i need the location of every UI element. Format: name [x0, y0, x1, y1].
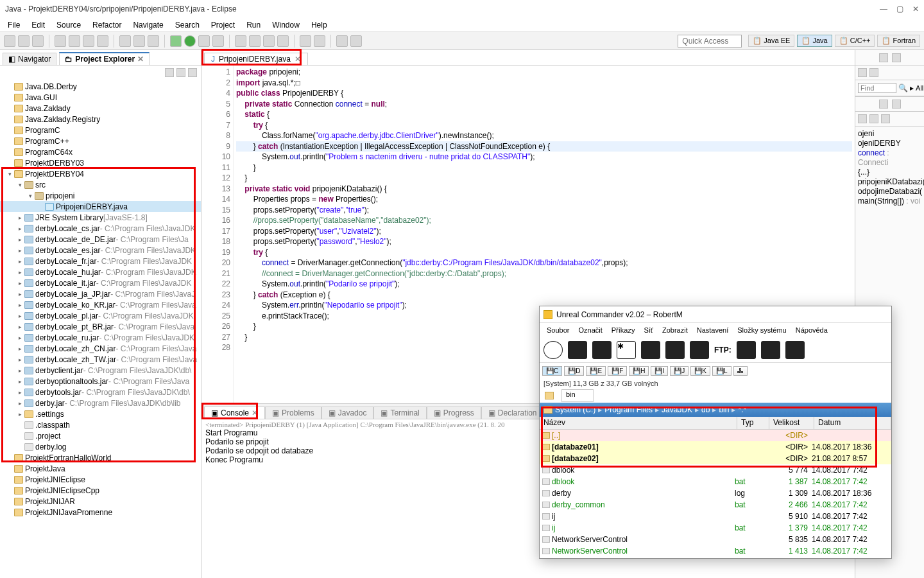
tree-node[interactable]: .classpath	[0, 419, 201, 430]
uc-file-row[interactable]: NetworkServerControlbat1 41314.08.2017 7…	[540, 545, 891, 557]
uc-menu-item[interactable]: Soubor	[542, 325, 574, 335]
uc-breadcrumb[interactable]: System (C:)▸Program Files▸JavaJDK▸db▸bin…	[540, 403, 891, 417]
toolbar-button[interactable]	[198, 35, 210, 47]
uc-panel-tab[interactable]: bin	[561, 389, 594, 402]
uc-tool-icon[interactable]	[761, 341, 780, 359]
tree-node[interactable]: ▸derbyLocale_ko_KR.jar - C:\Program File…	[0, 299, 201, 310]
tree-node[interactable]: Java.Zaklady	[0, 103, 201, 114]
uc-path-segment[interactable]: bin	[719, 405, 729, 414]
tree-node[interactable]: ▸derbyLocale_it.jar - C:\Program Files\J…	[0, 277, 201, 288]
uc-col-date[interactable]: Datum	[814, 417, 891, 429]
project-explorer-tab[interactable]: 🗀Project Explorer✕	[59, 52, 150, 65]
uc-column-headers[interactable]: Název Typ Velikost Datum	[540, 417, 891, 430]
expand-arrow[interactable]: ▸	[15, 324, 24, 330]
run-button[interactable]	[184, 35, 196, 47]
toolbar-button[interactable]	[55, 35, 66, 47]
expand-arrow[interactable]: ▸	[15, 389, 24, 396]
expand-arrow[interactable]: ▸	[15, 269, 24, 276]
view-tab-problems[interactable]: ▣Problems	[265, 407, 321, 419]
expand-arrow[interactable]: ▸	[15, 291, 24, 297]
uc-menu-item[interactable]: Příkazy	[607, 325, 640, 335]
outline-item[interactable]: odpojimeDatabazi(	[858, 187, 921, 197]
uc-tool-icon[interactable]: ✱	[617, 341, 636, 359]
tree-node[interactable]: ProjektDERBY03	[0, 157, 201, 168]
tree-node[interactable]: ▾src	[0, 179, 201, 190]
toolbar-button[interactable]	[300, 35, 311, 47]
toolbar-button[interactable]	[314, 35, 325, 47]
minimize-button[interactable]: —	[880, 4, 887, 13]
uc-network-icon[interactable]: 🖧	[733, 366, 748, 376]
expand-arrow[interactable]: ▸	[15, 411, 24, 417]
uc-path-segment[interactable]: *.*	[738, 405, 746, 414]
uc-file-row[interactable]: dblook5 77414.08.2017 7:42	[540, 464, 891, 476]
uc-tool-icon[interactable]	[737, 341, 756, 359]
tree-node[interactable]: ProjektJNIEclipseCpp	[0, 485, 201, 496]
tree-node[interactable]: ▸derbyLocale_cs.jar - C:\Program Files\J…	[0, 223, 201, 234]
tree-node[interactable]: .project	[0, 430, 201, 441]
tree-node[interactable]: ▾pripojeni	[0, 190, 201, 201]
tree-node[interactable]: ▸derby.jar - C:\Program Files\JavaJDK\db…	[0, 398, 201, 408]
toolbar-button[interactable]	[32, 35, 44, 47]
perspective-java[interactable]: 📋 Java	[797, 35, 832, 47]
toolbar-button[interactable]	[97, 35, 108, 47]
tree-node[interactable]: ▸derbyLocale_es.jar - C:\Program Files\J…	[0, 245, 201, 256]
tree-node[interactable]: ProgramC64x	[0, 146, 201, 157]
toolbar-button[interactable]	[83, 35, 94, 47]
uc-path-segment[interactable]: Program Files	[604, 405, 653, 414]
uc-file-row[interactable]: NetworkServerControl5 83514.08.2017 7:42	[540, 534, 891, 545]
uc-col-size[interactable]: Velikost	[769, 417, 814, 429]
uc-menu-item[interactable]: Složky systému	[733, 325, 791, 335]
tree-node[interactable]: Java.Zaklady.Registry	[0, 114, 201, 125]
view-tab-javadoc[interactable]: ▣Javadoc	[321, 407, 374, 419]
tree-node[interactable]: ProjektJNIJAR	[0, 496, 201, 507]
toolbar-button[interactable]	[4, 35, 15, 47]
outline-item[interactable]: main(String[]) : voi	[858, 197, 921, 206]
uc-tool-icon[interactable]	[665, 341, 685, 359]
perspective-fortran[interactable]: 📋 Fortran	[877, 35, 920, 47]
close-button[interactable]: ✕	[912, 4, 919, 13]
find-all-arrow[interactable]: ▸	[910, 83, 914, 92]
tree-node[interactable]: ProjektJNIJavaPromenne	[0, 507, 201, 518]
close-icon[interactable]: ✕	[295, 55, 301, 64]
tree-node[interactable]: ▸derbyclient.jar - C:\Program Files\Java…	[0, 365, 201, 376]
close-icon[interactable]	[892, 53, 901, 62]
menu-window[interactable]: Window	[267, 19, 305, 31]
uc-menu-item[interactable]: Nastavení	[692, 325, 733, 335]
expand-arrow[interactable]: ▸	[15, 247, 24, 254]
uc-drive-d[interactable]: 💾D	[564, 366, 584, 376]
tree-node[interactable]: ProjektJNIEclipse	[0, 474, 201, 485]
toolbar-button[interactable]	[119, 35, 131, 47]
uc-drive-k[interactable]: 💾K	[690, 366, 710, 376]
uc-file-row[interactable]: dblookbat1 38714.08.2017 7:42	[540, 476, 891, 487]
menu-run[interactable]: Run	[241, 19, 266, 31]
menu-search[interactable]: Search	[170, 19, 205, 31]
back-button[interactable]	[336, 35, 348, 47]
uc-menu-item[interactable]: Nápověda	[791, 325, 832, 335]
uc-drive-e[interactable]: 💾E	[586, 366, 606, 376]
toolbar-button[interactable]	[148, 35, 159, 47]
tree-node[interactable]: ▸derbyoptionaltools.jar - C:\Program Fil…	[0, 376, 201, 387]
expand-arrow[interactable]: ▸	[15, 225, 24, 232]
tree-node[interactable]: Java.DB.Derby	[0, 81, 201, 92]
uc-ftp-label[interactable]: FTP:	[714, 346, 732, 355]
sort-icon[interactable]	[858, 114, 867, 123]
filter-icon[interactable]	[869, 114, 878, 123]
tree-node[interactable]: ▸derbyLocale_ja_JP.jar - C:\Program File…	[0, 288, 201, 299]
link-editor-button[interactable]	[176, 68, 185, 77]
tree-node[interactable]: PripojeniDERBY.java	[0, 201, 201, 212]
uc-tool-icon[interactable]	[543, 341, 563, 359]
uc-tool-icon[interactable]	[568, 341, 587, 359]
find-input[interactable]	[858, 83, 896, 93]
project-tree[interactable]: Java.DB.DerbyJava.GUIJava.ZakladyJava.Za…	[0, 80, 201, 578]
outline-view-icon[interactable]	[879, 100, 888, 109]
expand-arrow[interactable]: ▸	[15, 378, 24, 385]
outline-icon[interactable]	[858, 68, 867, 77]
tree-node[interactable]: ProgramC++	[0, 136, 201, 146]
tree-node[interactable]: ▸derbyLocale_zh_TW.jar - C:\Program File…	[0, 354, 201, 365]
toolbar-button[interactable]	[263, 35, 275, 47]
perspective-cc[interactable]: 📋 C/C++	[835, 35, 875, 47]
toolbar-button[interactable]	[249, 35, 261, 47]
view-tab-declaration[interactable]: ▣Declaration	[481, 407, 544, 419]
tree-node[interactable]: ▾ProjektDERBY04	[0, 168, 201, 179]
expand-arrow[interactable]: ▸	[15, 215, 24, 221]
